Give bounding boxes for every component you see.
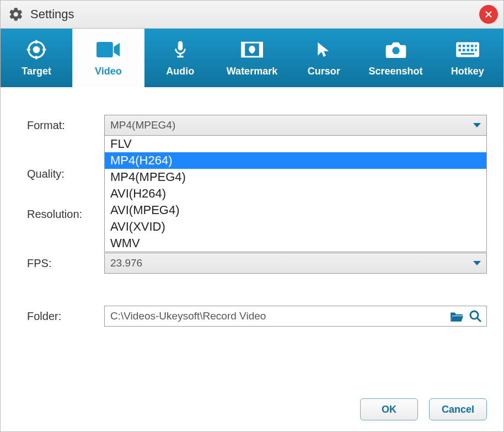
target-icon — [25, 39, 48, 60]
tab-hotkey[interactable]: Hotkey — [432, 29, 503, 87]
tab-screenshot[interactable]: Screenshot — [360, 29, 431, 87]
format-option[interactable]: AVI(MPEG4) — [105, 202, 486, 218]
browse-button[interactable] — [468, 308, 483, 324]
row-folder: Folder: C:\Videos-Ukeysoft\Record Video — [27, 306, 487, 327]
svg-rect-6 — [259, 42, 262, 57]
svg-rect-12 — [471, 45, 474, 47]
folder-value: C:\Videos-Ukeysoft\Record Video — [110, 310, 266, 322]
fps-label: FPS: — [27, 257, 104, 270]
fps-combo[interactable]: 23.976 — [104, 253, 487, 274]
watermark-icon — [240, 39, 264, 60]
format-option[interactable]: WMV — [105, 235, 486, 252]
format-option[interactable]: AVI(XVID) — [105, 218, 486, 235]
svg-rect-19 — [461, 53, 474, 55]
svg-rect-10 — [463, 45, 465, 47]
svg-point-20 — [470, 311, 478, 319]
chevron-down-icon — [473, 123, 481, 127]
svg-rect-18 — [475, 49, 476, 51]
gear-icon — [8, 7, 24, 22]
microphone-icon — [169, 39, 192, 60]
folder-open-icon — [449, 310, 464, 322]
row-format: Format: MP4(MPEG4) FLV MP4(H264) MP4(MPE… — [27, 115, 487, 136]
search-icon — [469, 310, 482, 323]
resolution-label: Resolution: — [27, 208, 104, 221]
cursor-icon — [312, 39, 335, 60]
close-icon — [484, 9, 494, 19]
cancel-button[interactable]: Cancel — [429, 398, 487, 420]
svg-rect-17 — [471, 49, 474, 51]
tab-video[interactable]: Video — [72, 29, 144, 87]
format-option[interactable]: MP4(H264) — [105, 152, 486, 169]
tab-target[interactable]: Target — [1, 29, 72, 87]
tab-watermark[interactable]: Watermark — [216, 29, 288, 87]
tab-audio[interactable]: Audio — [144, 29, 216, 87]
tab-cursor[interactable]: Cursor — [288, 29, 360, 87]
folder-label: Folder: — [27, 310, 104, 323]
video-icon — [96, 39, 120, 60]
fps-value: 23.976 — [110, 257, 142, 269]
chevron-down-icon — [473, 261, 481, 265]
open-folder-button[interactable] — [449, 308, 464, 324]
tab-label: Video — [95, 66, 122, 77]
svg-rect-13 — [475, 45, 476, 47]
format-value: MP4(MPEG4) — [110, 119, 175, 131]
format-dropdown: FLV MP4(H264) MP4(MPEG4) AVI(H264) AVI(M… — [104, 135, 487, 252]
tab-label: Hotkey — [451, 66, 484, 77]
row-fps: FPS: 23.976 — [27, 253, 487, 274]
svg-rect-15 — [463, 49, 465, 51]
titlebar: Settings — [0, 0, 504, 29]
tab-label: Target — [22, 66, 51, 77]
ok-button[interactable]: OK — [360, 398, 418, 420]
quality-label: Quality: — [27, 168, 104, 180]
svg-rect-2 — [96, 42, 113, 57]
keyboard-icon — [456, 39, 479, 60]
tab-label: Audio — [166, 66, 194, 77]
tab-label: Cursor — [308, 66, 340, 77]
format-combo[interactable]: MP4(MPEG4) — [104, 115, 487, 136]
svg-rect-5 — [242, 42, 245, 57]
close-button[interactable] — [479, 5, 498, 24]
svg-point-7 — [392, 47, 399, 54]
format-option[interactable]: AVI(H264) — [105, 185, 486, 202]
window-title: Settings — [30, 7, 74, 22]
dialog-footer: OK Cancel — [360, 398, 487, 420]
svg-rect-3 — [178, 41, 183, 50]
settings-panel: Format: MP4(MPEG4) FLV MP4(H264) MP4(MPE… — [0, 87, 504, 432]
format-option[interactable]: MP4(MPEG4) — [105, 169, 486, 185]
tab-label: Screenshot — [369, 66, 423, 77]
format-label: Format: — [27, 119, 104, 132]
svg-rect-11 — [467, 45, 469, 47]
svg-rect-14 — [458, 49, 461, 51]
svg-point-1 — [34, 47, 39, 52]
tab-label: Watermark — [227, 66, 277, 77]
tabs-bar: Target Video Audio Watermark Cursor Scre… — [0, 29, 504, 87]
format-option[interactable]: FLV — [105, 136, 486, 152]
svg-rect-9 — [458, 45, 461, 47]
svg-rect-16 — [467, 49, 469, 51]
folder-input[interactable]: C:\Videos-Ukeysoft\Record Video — [104, 306, 487, 327]
camera-icon — [384, 39, 408, 60]
